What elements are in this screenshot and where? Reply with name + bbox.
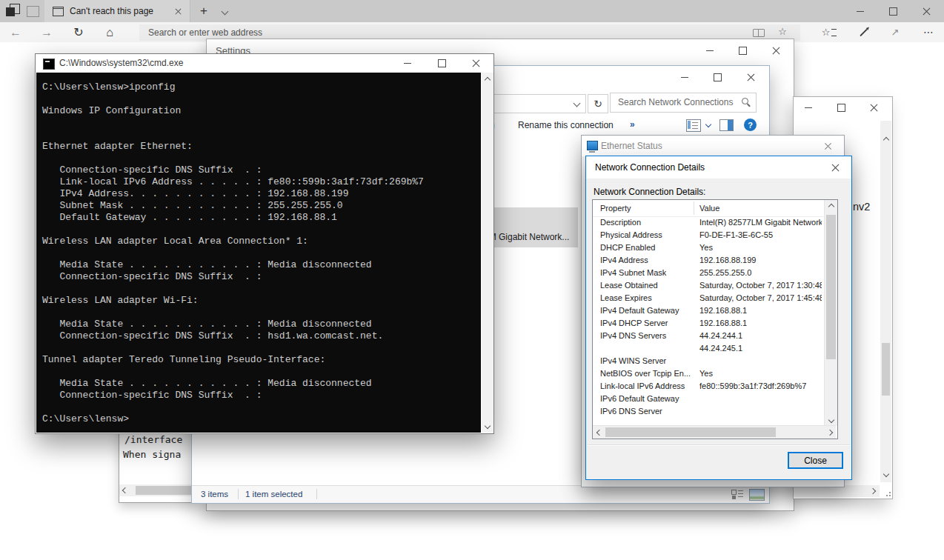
details-row[interactable]: Link-local IPv6 Addressfe80::599b:3a1f:7… [593,380,823,393]
value-cell: 44.24.244.1 [699,331,822,340]
large-icons-view-icon[interactable] [749,489,765,501]
ethernet-status-close-button[interactable] [812,136,843,156]
vertical-scrollbar[interactable] [880,121,891,482]
command-overflow-chevron[interactable]: » [630,119,635,130]
web-note-pen-icon[interactable] [852,22,874,42]
details-row[interactable]: IPv4 DHCP Server192.168.88.1 [593,317,823,330]
details-row[interactable]: Physical AddressF0-DE-F1-3E-6C-55 [593,229,823,241]
details-row[interactable]: IPv4 WINS Server [593,355,823,367]
console-line [42,401,481,413]
tab-close-icon[interactable] [175,8,182,15]
forward-icon[interactable]: → [36,22,58,42]
resize-grip[interactable] [883,489,891,496]
settings-close-button[interactable] [759,39,793,61]
property-cell: IPv4 WINS Server [600,356,692,365]
column-divider[interactable] [694,201,694,215]
listview-header[interactable]: Property Value [593,200,823,217]
share-icon[interactable]: ↗ [884,22,906,42]
console-body[interactable]: C:\Users\lensw>ipconfigWindows IP Config… [36,73,481,433]
details-view-icon[interactable] [731,489,742,500]
scroll-left-icon[interactable] [122,487,128,493]
scrollbar-thumb[interactable] [136,486,195,495]
browser-tab[interactable]: Can't reach this page [44,0,190,22]
more-options-icon[interactable]: ⋯ [917,22,940,42]
scroll-up-icon[interactable] [482,74,493,85]
scroll-left-icon[interactable] [594,427,605,438]
explorer-search-input[interactable]: Search Network Connections [610,93,757,113]
details-row[interactable]: IPv4 DNS Servers44.24.244.1 [593,330,823,342]
horizontal-scrollbar[interactable] [119,484,196,496]
cmd-close-button[interactable] [459,54,493,73]
new-tab-button[interactable]: + [194,0,213,22]
explorer-close-button[interactable] [734,66,768,88]
favorites-star-icon[interactable]: ☆ [778,26,787,37]
scroll-right-icon[interactable] [867,485,878,496]
property-cell: IPv6 DNS Server [600,407,692,416]
details-row[interactable]: Lease ExpiresSaturday, October 7, 2017 1… [593,292,823,304]
scroll-down-icon[interactable] [482,420,493,431]
right-close-button[interactable] [857,97,890,118]
details-row[interactable]: DescriptionIntel(R) 82577LM Gigabit Netw… [593,216,823,229]
cmd-minimize-button[interactable] [390,54,425,73]
scrollbar-thumb[interactable] [882,343,890,396]
network-adapter-icon [587,141,598,150]
scrollbar-thumb[interactable] [605,427,776,437]
tab-list-chevron-icon[interactable] [222,8,229,16]
scroll-right-icon[interactable] [824,427,835,438]
ethernet-status-title: Ethernet Status [601,141,662,151]
change-view-icon[interactable] [686,119,701,132]
explorer-minimize-button[interactable] [668,66,701,88]
property-cell: IPv4 Address [600,256,692,264]
scroll-down-icon[interactable] [825,414,837,425]
reading-view-icon[interactable] [753,29,765,37]
details-row[interactable]: IPv4 Subnet Mask255.255.255.0 [593,267,823,279]
edge-maximize-button[interactable] [877,0,910,22]
cmd-title-bar[interactable]: C:\Windows\system32\cmd.exe [36,54,493,73]
settings-maximize-button[interactable] [726,39,759,61]
preview-pane-icon[interactable] [719,119,734,131]
ethernet-status-title-bar[interactable]: Ethernet Status [582,136,844,156]
combobox-chevron-icon[interactable] [574,100,581,107]
property-cell: Physical Address [600,230,692,239]
explorer-maximize-button[interactable] [701,66,734,88]
view-dropdown-chevron-icon[interactable] [705,121,711,127]
close-button[interactable]: Close [788,452,843,469]
help-icon[interactable]: ? [744,119,757,131]
edge-close-button[interactable] [910,0,943,22]
refresh-icon[interactable]: ↻ [67,22,90,42]
property-column-header[interactable]: Property [600,204,631,213]
tabs-preview-icon[interactable] [27,6,39,17]
console-scrollbar[interactable] [482,73,493,433]
address-refresh-icon[interactable]: ↻ [588,94,608,113]
dialog-title-bar[interactable]: Network Connection Details [586,156,851,179]
listview-vertical-scrollbar[interactable] [824,200,837,426]
cmd-icon [43,59,55,70]
edge-minimize-button[interactable] [843,0,877,22]
details-row[interactable]: IPv4 Default Gateway192.168.88.1 [593,304,823,317]
home-icon[interactable]: ⌂ [99,22,121,42]
details-row[interactable]: 44.24.245.1 [593,342,823,355]
console-line [42,224,481,236]
details-row[interactable]: IPv6 DNS Server [593,405,823,418]
cmd-maximize-button[interactable] [425,54,459,73]
value-column-header[interactable]: Value [699,204,719,213]
scrollbar-thumb[interactable] [826,215,836,359]
settings-minimize-button[interactable] [693,39,726,61]
hub-icon[interactable]: ☆ [818,22,840,42]
details-row[interactable]: Lease ObtainedSaturday, October 7, 2017 … [593,279,823,292]
details-row[interactable]: IPv4 Address192.168.88.199 [593,254,823,267]
scroll-down-icon[interactable] [880,468,891,479]
listview-horizontal-scrollbar[interactable] [593,425,836,439]
right-minimize-button[interactable] [792,97,825,118]
right-maximize-button[interactable] [825,97,857,118]
dialog-close-button[interactable] [820,156,851,179]
rename-connection-command[interactable]: Rename this connection [518,120,614,130]
details-listview[interactable]: Property Value DescriptionIntel(R) 82577… [592,199,838,439]
scroll-up-icon[interactable] [825,201,837,212]
scroll-up-icon[interactable] [880,134,891,145]
details-row[interactable]: NetBIOS over Tcpip En...Yes [593,367,823,380]
details-row[interactable]: DHCP EnabledYes [593,241,823,254]
back-icon[interactable]: ← [4,22,27,42]
set-tabs-aside-icon[interactable] [6,4,19,17]
details-row[interactable]: IPv6 Default Gateway [593,393,823,405]
